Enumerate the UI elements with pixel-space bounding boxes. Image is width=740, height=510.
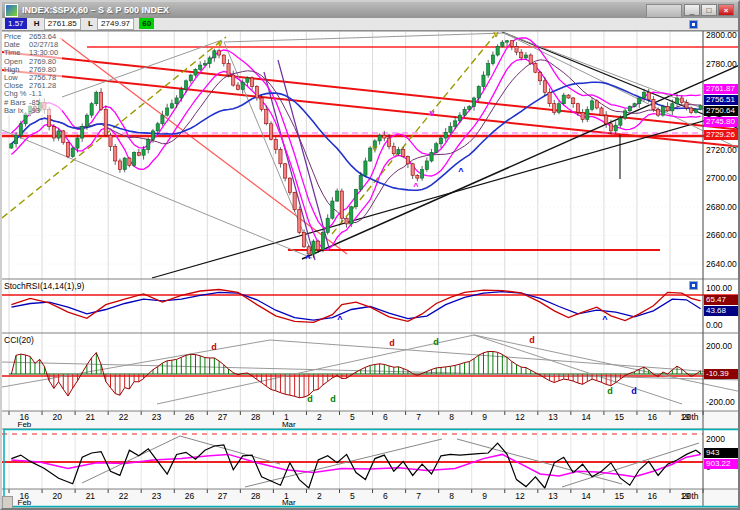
pane-button-icon[interactable] — [689, 281, 698, 290]
data-window-panel: Price2653.64Date02/27/18Time13:30:00Open… — [4, 33, 62, 115]
cci-pane-label: CCI(20) — [4, 335, 34, 345]
info-row: Bar Ix-93 — [4, 107, 62, 115]
resize-grip[interactable] — [2, 496, 13, 510]
chart-canvas[interactable] — [2, 2, 740, 510]
info-row-label: Bar Ix — [4, 107, 29, 115]
chart-window: INDEX:$SPX,60 – S & P 500 INDEX _ □ × 1.… — [0, 0, 740, 510]
stoch-pane-label: StochRSI(14,14(1),9) — [4, 281, 84, 291]
pane-button-icon[interactable] — [689, 20, 698, 29]
info-row-value: -93 — [29, 107, 40, 115]
